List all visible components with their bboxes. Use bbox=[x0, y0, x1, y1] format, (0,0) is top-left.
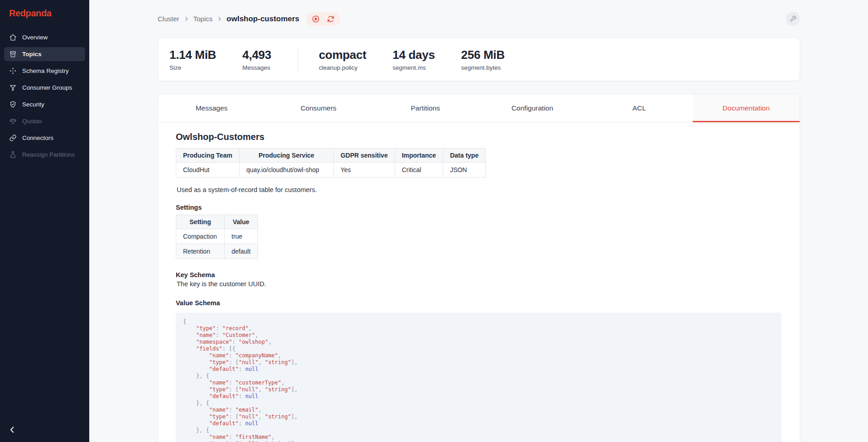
breadcrumb-cluster[interactable]: Cluster bbox=[158, 15, 179, 23]
table-row: CloudHutquay.io/cloudhut/owl-shopYesCrit… bbox=[176, 163, 486, 178]
code-line: "fields": [{ bbox=[183, 346, 774, 352]
column-header: Data type bbox=[443, 149, 486, 163]
redpanda-logo: Redpanda bbox=[0, 0, 89, 30]
settings-table: SettingValue CompactiontrueRetentiondefa… bbox=[176, 215, 258, 259]
table-cell: default bbox=[225, 244, 258, 259]
play-circle-icon bbox=[312, 15, 320, 23]
sidebar-item-label: Connectors bbox=[22, 135, 53, 142]
column-header: GDPR sensitive bbox=[333, 149, 395, 163]
table-cell: Critical bbox=[395, 163, 443, 178]
code-line: "type": ["null", "string"], bbox=[183, 359, 774, 366]
stat-label: Size bbox=[169, 64, 216, 71]
stat-messages: 4,493Messages bbox=[242, 48, 271, 71]
sidebar-item-quotas[interactable]: Quotas bbox=[4, 114, 85, 128]
sidebar-item-label: Reassign Partitions bbox=[22, 151, 75, 159]
consumer-groups-icon bbox=[9, 84, 17, 91]
table-cell: Compaction bbox=[176, 229, 225, 244]
refresh-icon bbox=[327, 15, 335, 23]
sidebar-item-label: Topics bbox=[22, 51, 42, 58]
stat-size: 1.14 MiBSize bbox=[169, 48, 216, 71]
stat-value: 14 days bbox=[393, 48, 435, 61]
refresh-button[interactable] bbox=[327, 15, 335, 23]
column-header: Producing Service bbox=[239, 149, 333, 163]
sidebar-item-schema-registry[interactable]: Schema Registry bbox=[4, 64, 85, 78]
stat-value: 256 MiB bbox=[461, 48, 505, 61]
sidebar-item-label: Consumer Groups bbox=[22, 84, 72, 91]
key-schema-text: The key is the customer UUID. bbox=[177, 280, 781, 288]
sidebar-item-label: Overview bbox=[22, 34, 48, 41]
tab-configuration[interactable]: Configuration bbox=[479, 94, 586, 122]
value-schema-code-block: { "type": "record", "name": "Customer", … bbox=[176, 312, 781, 442]
sidebar-item-consumer-groups[interactable]: Consumer Groups bbox=[4, 81, 85, 95]
tab-documentation[interactable]: Documentation bbox=[693, 94, 800, 122]
chevron-right-icon bbox=[183, 16, 189, 22]
code-line: "type": "record", bbox=[183, 325, 774, 332]
breadcrumb-topics[interactable]: Topics bbox=[193, 15, 213, 23]
settings-heading: Settings bbox=[176, 204, 781, 211]
code-line: { bbox=[183, 318, 774, 325]
table-header-row: SettingValue bbox=[176, 215, 258, 229]
sidebar-collapse-button[interactable] bbox=[7, 425, 17, 435]
reassign-partitions-icon bbox=[9, 151, 17, 159]
documentation-panel: Owlshop-Customers Producing TeamProducin… bbox=[158, 122, 800, 442]
column-header: Setting bbox=[176, 215, 225, 229]
sidebar-item-label: Security bbox=[22, 101, 44, 108]
produce-record-button[interactable] bbox=[312, 15, 320, 23]
stat-cleanup-policy: compactcleanup.policy bbox=[319, 48, 366, 71]
stat-segment-bytes: 256 MiBsegment.bytes bbox=[461, 48, 505, 71]
table-cell: JSON bbox=[443, 163, 486, 178]
table-cell: CloudHut bbox=[176, 163, 240, 178]
tab-consumers[interactable]: Consumers bbox=[265, 94, 372, 122]
home-icon bbox=[9, 34, 17, 41]
code-line: "name": "customerType", bbox=[183, 380, 774, 386]
sidebar-item-overview[interactable]: Overview bbox=[4, 30, 85, 44]
code-line: }, { bbox=[183, 400, 774, 407]
topic-info-table: Producing TeamProducing ServiceGDPR sens… bbox=[176, 148, 486, 178]
stats-group-left: 1.14 MiBSize4,493Messages bbox=[169, 48, 298, 71]
sidebar-item-label: Schema Registry bbox=[22, 67, 69, 75]
key-schema-heading: Key Schema bbox=[176, 271, 781, 279]
doc-title: Owlshop-Customers bbox=[176, 132, 781, 142]
code-line: "name": "firstName", bbox=[183, 434, 774, 441]
wrench-icon bbox=[790, 15, 796, 22]
tab-messages[interactable]: Messages bbox=[158, 94, 265, 122]
stats-divider bbox=[298, 48, 298, 72]
topbar: Cluster Topics owlshop-customers bbox=[89, 0, 868, 26]
sidebar-item-topics[interactable]: Topics bbox=[4, 47, 85, 61]
page-title: owlshop-customers bbox=[227, 14, 299, 24]
code-line: }, { bbox=[183, 427, 774, 434]
stat-label: cleanup.policy bbox=[319, 64, 366, 71]
sidebar-item-reassign-partitions[interactable]: Reassign Partitions bbox=[4, 148, 85, 162]
stat-label: segment.ms bbox=[393, 64, 435, 71]
stat-label: segment.bytes bbox=[461, 64, 505, 71]
sidebar-nav: OverviewTopicsSchema RegistryConsumer Gr… bbox=[0, 30, 89, 162]
column-header: Producing Team bbox=[176, 149, 240, 163]
topic-detail-card: MessagesConsumersPartitionsConfiguration… bbox=[158, 94, 800, 442]
topic-actions bbox=[306, 12, 340, 26]
code-line: "default": null bbox=[183, 420, 774, 427]
connectors-icon bbox=[9, 134, 17, 142]
chevron-left-icon bbox=[7, 425, 17, 435]
sidebar-item-connectors[interactable]: Connectors bbox=[4, 131, 85, 145]
tab-acl[interactable]: ACL bbox=[586, 94, 693, 122]
security-icon bbox=[9, 101, 17, 108]
table-cell: quay.io/cloudhut/owl-shop bbox=[239, 163, 333, 178]
code-line: "name": "email", bbox=[183, 407, 774, 413]
value-schema-heading: Value Schema bbox=[176, 299, 781, 307]
breadcrumb: Cluster Topics owlshop-customers bbox=[158, 14, 299, 24]
table-cell: Retention bbox=[176, 244, 225, 259]
stats-group-right: compactcleanup.policy14 dayssegment.ms25… bbox=[319, 48, 531, 71]
schema-registry-icon bbox=[9, 67, 17, 75]
table-cell: Yes bbox=[333, 163, 395, 178]
admin-tools-button[interactable] bbox=[786, 12, 800, 26]
code-line: "default": null bbox=[183, 366, 774, 373]
main-area: Cluster Topics owlshop-customers 1.14 Mi… bbox=[89, 0, 868, 442]
code-line: "name": "Customer", bbox=[183, 332, 774, 339]
tab-partitions[interactable]: Partitions bbox=[372, 94, 479, 122]
stat-label: Messages bbox=[242, 64, 271, 71]
sidebar-item-security[interactable]: Security bbox=[4, 97, 85, 111]
stat-segment-ms: 14 dayssegment.ms bbox=[393, 48, 435, 71]
chevron-right-icon bbox=[217, 16, 222, 22]
topics-icon bbox=[9, 50, 17, 58]
code-line: "type": ["null", "string"], bbox=[183, 413, 774, 420]
